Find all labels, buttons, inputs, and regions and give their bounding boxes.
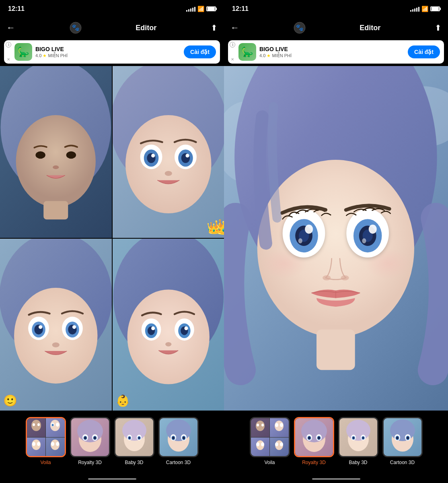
svg-point-100 bbox=[305, 225, 313, 234]
filter-selector-left: Voila Royalty 3D Baby 3D bbox=[0, 411, 224, 475]
ad-install-button-left[interactable]: Cài đặt bbox=[184, 45, 216, 58]
filter-voila-left[interactable]: Voila bbox=[26, 417, 66, 465]
svg-point-134 bbox=[362, 437, 364, 439]
status-bar-left: 12:11 📶 bbox=[0, 0, 224, 18]
grid-cell-cartoon1: 👑 👑 bbox=[113, 66, 224, 238]
filter-list-left: Voila Royalty 3D Baby 3D bbox=[4, 417, 220, 465]
svg-point-7 bbox=[53, 165, 59, 169]
svg-text:🐾: 🐾 bbox=[296, 24, 304, 31]
ad-text-right: BIGO LIVE 4.0 ★ MIỄN PHÍ bbox=[259, 46, 405, 58]
svg-rect-106 bbox=[316, 330, 355, 370]
svg-point-128 bbox=[346, 420, 370, 441]
share-button-right[interactable]: ⬆ bbox=[435, 23, 442, 33]
svg-point-24 bbox=[14, 288, 97, 384]
svg-point-120 bbox=[301, 420, 327, 442]
filter-royalty-right[interactable]: Royalty 3D bbox=[294, 417, 334, 465]
battery-icon-right bbox=[430, 6, 440, 11]
svg-point-68 bbox=[122, 420, 146, 441]
svg-point-20 bbox=[164, 171, 172, 176]
svg-point-33 bbox=[52, 343, 60, 347]
svg-point-4 bbox=[16, 115, 96, 207]
svg-point-81 bbox=[172, 437, 175, 440]
ad-info-icon-right[interactable]: ℹ bbox=[230, 42, 235, 47]
share-button-left[interactable]: ⬆ bbox=[211, 23, 218, 33]
svg-point-52 bbox=[52, 424, 54, 426]
svg-point-104 bbox=[323, 275, 331, 281]
svg-point-32 bbox=[72, 325, 76, 329]
svg-point-5 bbox=[35, 151, 45, 159]
ad-close-icon-right[interactable]: ✕ bbox=[230, 56, 235, 62]
ad-title-left: BIGO LIVE bbox=[35, 46, 181, 52]
time-right: 12:11 bbox=[232, 5, 249, 12]
home-bar-left bbox=[88, 478, 136, 480]
svg-point-44 bbox=[184, 326, 188, 330]
svg-point-65 bbox=[84, 437, 86, 440]
svg-point-54 bbox=[32, 442, 35, 446]
filter-voila-right[interactable]: Voila bbox=[250, 417, 290, 465]
back-button-left[interactable]: ← bbox=[6, 23, 15, 33]
filter-royalty-label-right: Royalty 3D bbox=[302, 460, 326, 465]
filter-royalty-thumb-left bbox=[70, 417, 110, 457]
app-logo-right: 🐾 bbox=[294, 22, 306, 34]
svg-point-109 bbox=[261, 424, 264, 427]
grid-cell-cartoon2: 🙂 bbox=[0, 239, 112, 411]
ad-title-right: BIGO LIVE bbox=[259, 46, 405, 52]
status-icons-left: 📶 bbox=[186, 6, 216, 12]
filter-cartoon-thumb-right bbox=[382, 417, 423, 457]
svg-point-48 bbox=[37, 423, 40, 426]
filter-royalty-left[interactable]: Royalty 3D bbox=[70, 417, 110, 465]
ad-close-icon-left[interactable]: ✕ bbox=[6, 56, 11, 62]
svg-text:🐾: 🐾 bbox=[72, 24, 80, 31]
baby-emoji: 👶 bbox=[116, 394, 130, 407]
svg-point-125 bbox=[308, 437, 310, 440]
svg-point-45 bbox=[165, 342, 171, 347]
svg-rect-8 bbox=[43, 201, 68, 220]
svg-point-55 bbox=[37, 442, 40, 446]
signal-icon-left bbox=[186, 6, 195, 12]
home-bar-right bbox=[312, 478, 360, 480]
svg-point-18 bbox=[151, 154, 155, 157]
svg-point-118 bbox=[280, 442, 283, 446]
filter-cartoon-thumb-left bbox=[158, 417, 199, 457]
image-grid-left: 👑 👑 bbox=[0, 66, 224, 411]
svg-point-58 bbox=[56, 442, 59, 446]
ad-banner-right: ℹ ✕ 🦕 BIGO LIVE 4.0 ★ MIỄN PHÍ Cài đặt bbox=[228, 40, 444, 64]
svg-point-6 bbox=[66, 151, 76, 159]
filter-baby-label-right: Baby 3D bbox=[349, 460, 367, 465]
svg-point-114 bbox=[256, 442, 259, 446]
grid-cell-original bbox=[0, 66, 112, 238]
back-button-right[interactable]: ← bbox=[230, 23, 239, 33]
header-title-left: Editor bbox=[136, 24, 156, 32]
filter-cartoon-left[interactable]: Cartoon 3D bbox=[158, 417, 199, 465]
svg-point-126 bbox=[318, 437, 320, 440]
ad-app-icon-left: 🦕 bbox=[14, 43, 32, 61]
svg-point-11 bbox=[125, 115, 212, 213]
svg-point-89 bbox=[257, 160, 414, 337]
wifi-icon-left: 📶 bbox=[197, 6, 204, 12]
ad-rating-left: 4.0 ★ MIỄN PHÍ bbox=[35, 53, 181, 58]
filter-voila-thumb-left bbox=[26, 417, 66, 457]
filter-baby-thumb-left bbox=[114, 417, 154, 457]
svg-point-73 bbox=[128, 437, 130, 439]
svg-point-111 bbox=[275, 423, 278, 427]
svg-point-112 bbox=[280, 423, 283, 427]
ad-info-icon-left[interactable]: ℹ bbox=[6, 42, 11, 47]
svg-point-43 bbox=[151, 326, 155, 330]
filter-baby-thumb-right bbox=[338, 417, 378, 457]
ad-rating-right: 4.0 ★ MIỄN PHÍ bbox=[259, 53, 405, 58]
svg-point-76 bbox=[166, 419, 191, 441]
smile-emoji: 🙂 bbox=[3, 394, 17, 407]
full-image-display bbox=[224, 66, 448, 411]
battery-icon-left bbox=[206, 6, 216, 11]
filter-baby-label-left: Baby 3D bbox=[125, 460, 143, 465]
svg-point-66 bbox=[94, 437, 96, 440]
filter-cartoon-right[interactable]: Cartoon 3D bbox=[382, 417, 423, 465]
filter-baby-left[interactable]: Baby 3D bbox=[114, 417, 154, 465]
svg-point-103 bbox=[362, 238, 366, 244]
filter-baby-right[interactable]: Baby 3D bbox=[338, 417, 378, 465]
time-left: 12:11 bbox=[8, 5, 25, 12]
ad-install-button-right[interactable]: Cài đặt bbox=[408, 45, 440, 58]
filter-list-right: Voila Royalty 3D Baby 3D bbox=[228, 417, 444, 465]
svg-point-31 bbox=[39, 325, 42, 329]
ad-text-left: BIGO LIVE 4.0 ★ MIỄN PHÍ bbox=[35, 46, 181, 58]
